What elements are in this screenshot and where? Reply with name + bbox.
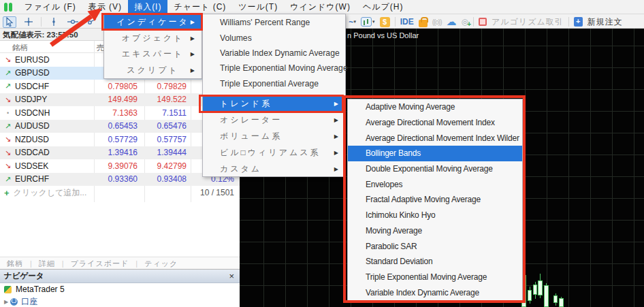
trend-menu-item-2[interactable]: Average Directional Movement Index Wilde… xyxy=(348,130,522,146)
indicator-menu-item-3[interactable]: Triple Exponential Moving Average xyxy=(203,61,345,76)
navigator-panel: ナビゲータ × MetaTrader 5 ▶ 口座 xyxy=(0,269,240,307)
crosshair-tool-icon[interactable] xyxy=(22,16,35,28)
trend-menu-item-3[interactable]: Bollinger Bands xyxy=(348,146,522,161)
trend-menu-item-10[interactable]: Standard Deviation xyxy=(348,254,522,270)
insert-menu-item-label: オブジェクト xyxy=(122,33,184,44)
tab-1[interactable]: 詳細 xyxy=(32,259,62,269)
indicator-menu-item-1[interactable]: Volumes xyxy=(203,30,345,45)
trend-menu-item-12[interactable]: Variable Index Dynamic Average xyxy=(348,285,522,300)
indicator-category-item-label: カスタム xyxy=(220,163,261,175)
trend-menu-item-4[interactable]: Double Exponential Moving Average xyxy=(348,161,522,177)
trend-menu-item-label: Double Exponential Moving Average xyxy=(366,164,493,174)
signals-radio-icon[interactable]: ((o)) xyxy=(432,18,442,26)
trend-menu-item-label: Variable Index Dynamic Average xyxy=(366,288,479,297)
candle-body xyxy=(528,290,532,301)
trend-menu-item-label: Adaptive Moving Average xyxy=(366,102,455,112)
bid-price: 9.39076 xyxy=(108,161,138,171)
trend-menu-item-0[interactable]: Adaptive Moving Average xyxy=(348,99,522,115)
navigator-title: ナビゲータ xyxy=(4,271,44,281)
trend-menu-item-9[interactable]: Parabolic SAR xyxy=(348,238,522,254)
indicator-menu-item-4[interactable]: Triple Exponential Average xyxy=(203,76,345,91)
tab-2[interactable]: プライスボード xyxy=(64,259,136,269)
menubar-item-5[interactable]: ウインドウ(W) xyxy=(284,0,357,15)
trend-menu-item-label: Standard Deviation xyxy=(366,257,432,266)
ask-price: 9.42799 xyxy=(157,161,187,171)
metaeditor-ide-button[interactable]: IDE xyxy=(400,17,414,27)
chevron-down-icon: ▾ xyxy=(354,19,357,25)
trendline-tool-icon[interactable] xyxy=(85,16,99,28)
trend-down-icon: ↘ xyxy=(3,161,12,170)
insert-dropdown-menu: インディケータ▶オブジェクト▶エキスパート▶スクリプト▶ xyxy=(103,14,202,79)
menubar-item-3[interactable]: チャート (C) xyxy=(167,0,232,15)
submenu-arrow-icon: ▶ xyxy=(191,51,197,57)
menubar-item-4[interactable]: ツール(T) xyxy=(232,0,284,15)
ask-price: 0.65476 xyxy=(157,121,187,131)
tab-0[interactable]: 銘柄 xyxy=(0,259,30,269)
menubar-item-2[interactable]: 挿入(I) xyxy=(128,0,167,15)
ask-price: 149.522 xyxy=(157,95,187,104)
algo-trading-status-icon[interactable] xyxy=(479,18,487,26)
insert-menu-item-2[interactable]: エキスパート▶ xyxy=(104,46,202,63)
cloud-storage-icon[interactable]: ☁ xyxy=(447,16,457,28)
algo-trading-button[interactable]: アルゴリズム取引 xyxy=(492,16,564,28)
close-icon[interactable]: × xyxy=(229,271,234,281)
bid-price: 0.65453 xyxy=(108,121,138,131)
indicator-category-item-label: ボリューム系 xyxy=(220,131,282,142)
trend-down-icon: ↘ xyxy=(3,95,12,104)
indicator-category-item-3[interactable]: ビル□ウィリアムス系▶ xyxy=(203,144,345,161)
horizontal-line-tool-icon[interactable] xyxy=(66,16,80,28)
toolbar-separator xyxy=(41,17,42,27)
submenu-arrow-icon: ▶ xyxy=(334,150,340,156)
navigator-item-accounts[interactable]: ▶ 口座 xyxy=(0,295,240,307)
indicator-menu-item-2[interactable]: Variable Index Dynamic Average xyxy=(203,46,345,61)
trend-menu-item-label: Average Directional Movement Index Wilde… xyxy=(366,133,519,143)
indicator-category-item-1[interactable]: オシレーター▶ xyxy=(203,112,345,129)
broadcast-add-icon[interactable]: ◎+ xyxy=(462,17,468,27)
menubar-item-1[interactable]: 表示 (V) xyxy=(82,0,128,15)
tab-3[interactable]: ティック xyxy=(138,259,184,269)
market-bag-icon[interactable] xyxy=(419,20,428,27)
ask-price: 0.79829 xyxy=(157,82,187,91)
vertical-line-tool-icon[interactable] xyxy=(47,16,61,28)
candle-chart-icon xyxy=(361,17,372,27)
trend-down-icon: ↘ xyxy=(3,135,12,144)
trend-menu-item-5[interactable]: Envelopes xyxy=(348,176,522,192)
indicator-category-item-4[interactable]: カスタム▶ xyxy=(203,161,345,177)
submenu-arrow-icon: ▶ xyxy=(334,133,340,140)
insert-menu-item-1[interactable]: オブジェクト▶ xyxy=(104,31,202,47)
toolbar-left-group xyxy=(3,15,99,29)
menubar-item-6[interactable]: ヘルプ(H) xyxy=(357,0,410,15)
trend-menu-item-label: Average Directional Movement Index xyxy=(366,118,495,127)
menubar-item-0[interactable]: ファイル (F) xyxy=(18,0,82,15)
toolbar-right-group: ~▾ ▾ $ IDE ((o)) ☁ ◎+ アルゴリズム取引 + 新規注文 xyxy=(349,15,623,29)
trend-menu-item-6[interactable]: Fractal Adaptive Moving Average xyxy=(348,192,522,208)
trend-down-icon: ↘ xyxy=(3,55,12,64)
indicator-menu-item-0[interactable]: Williams' Percent Range xyxy=(203,15,345,30)
cursor-tool-icon[interactable] xyxy=(3,16,16,28)
trend-menu-item-label: Ichimoku Kinko Hyo xyxy=(366,210,435,220)
trend-up-icon: ↗ xyxy=(3,175,12,184)
trend-menu-item-7[interactable]: Ichimoku Kinko Hyo xyxy=(348,208,522,223)
indicator-submenu: Williams' Percent RangeVolumesVariable I… xyxy=(202,14,346,177)
indicator-category-item-2[interactable]: ボリューム系▶ xyxy=(203,129,345,145)
trend-submenu: Adaptive Moving AverageAverage Direction… xyxy=(347,99,523,301)
add-symbol-row[interactable]: + クリックして追加... 10 / 1501 xyxy=(0,186,240,199)
insert-menu-item-3[interactable]: スクリプト▶ xyxy=(104,63,202,79)
trend-menu-item-8[interactable]: Moving Average xyxy=(348,223,522,239)
candle-chart-type-button[interactable]: ▾ xyxy=(361,17,375,27)
navigator-item-metatrader5[interactable]: MetaTrader 5 xyxy=(0,283,240,295)
symbol-name: USDCNH xyxy=(15,108,50,118)
new-order-button[interactable]: 新規注文 xyxy=(587,16,623,28)
column-header-symbol[interactable]: 銘柄 xyxy=(12,43,28,53)
finance-dollar-icon[interactable]: $ xyxy=(380,17,390,27)
trend-menu-item-11[interactable]: Triple Exponential Moving Average xyxy=(348,270,522,285)
line-chart-type-button[interactable]: ~▾ xyxy=(349,17,356,27)
expander-arrow-icon[interactable]: ▶ xyxy=(4,299,8,305)
indicator-menu-item-label: Triple Exponential Average xyxy=(220,79,319,88)
indicator-category-item-0[interactable]: トレンド系▶ xyxy=(203,96,345,112)
line-chart-icon: ~ xyxy=(349,17,353,27)
trend-menu-item-1[interactable]: Average Directional Movement Index xyxy=(348,115,522,131)
bid-price: 1.39416 xyxy=(108,148,138,157)
insert-menu-item-0[interactable]: インディケータ▶ xyxy=(104,14,202,31)
candle-body xyxy=(559,298,564,307)
